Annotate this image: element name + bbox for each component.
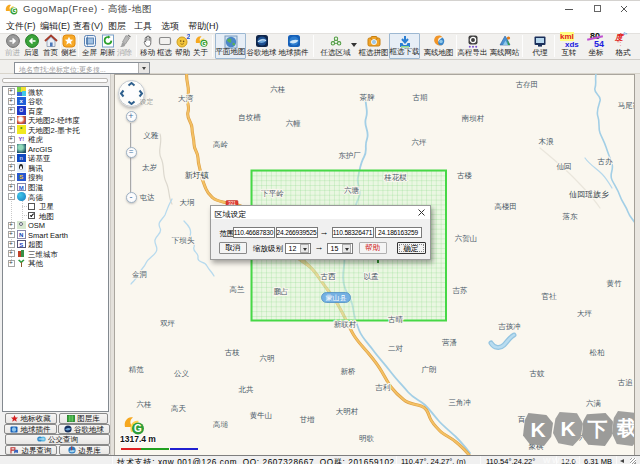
svg-text:六坪: 六坪 xyxy=(412,138,428,147)
svg-text:高塠: 高塠 xyxy=(213,420,229,429)
svg-text:古办: 古办 xyxy=(598,157,614,166)
svg-text:双坪: 双坪 xyxy=(160,319,176,328)
svg-text:六明: 六明 xyxy=(260,354,275,363)
svg-text:屯达: 屯达 xyxy=(140,193,156,202)
svg-text:新联村: 新联村 xyxy=(334,320,357,329)
svg-text:松柏: 松柏 xyxy=(589,348,604,357)
svg-text:官社: 官社 xyxy=(542,292,558,301)
svg-text:金洞: 金洞 xyxy=(132,270,147,279)
svg-text:古追: 古追 xyxy=(618,378,634,387)
svg-text:仙回: 仙回 xyxy=(557,162,572,171)
svg-text:六塘: 六塘 xyxy=(344,186,360,195)
svg-text:G: G xyxy=(11,7,16,14)
svg-text:古西: 古西 xyxy=(321,272,337,281)
svg-text:高岭: 高岭 xyxy=(213,140,229,149)
svg-text:鹏占: 鹏占 xyxy=(274,287,289,296)
svg-text:下平岭: 下平岭 xyxy=(261,189,284,198)
svg-text:六幢: 六幢 xyxy=(286,119,302,128)
svg-text:以孟: 以孟 xyxy=(364,272,380,281)
svg-text:2: 2 xyxy=(186,34,190,40)
svg-text:东护厂: 东护厂 xyxy=(338,151,361,160)
svg-text:吉苏: 吉苏 xyxy=(453,286,469,295)
svg-text:吉孩冲: 吉孩冲 xyxy=(498,322,521,331)
svg-text:吉利: 吉利 xyxy=(375,383,391,392)
svg-text:G: G xyxy=(134,423,142,434)
svg-text:二对: 二对 xyxy=(388,344,404,353)
svg-text:六贺山: 六贺山 xyxy=(455,234,478,243)
svg-text:太岁: 太岁 xyxy=(142,163,157,172)
svg-text:黄竹: 黄竹 xyxy=(607,279,623,288)
svg-text:落东: 落东 xyxy=(563,212,579,221)
svg-text:桂花棂: 桂花棂 xyxy=(383,173,407,182)
svg-text:明歌: 明歌 xyxy=(359,434,375,443)
svg-text:大明村: 大明村 xyxy=(336,407,359,416)
svg-text:茶脾: 茶脾 xyxy=(359,93,375,102)
svg-text:大坪: 大坪 xyxy=(577,309,593,318)
svg-text:古存田: 古存田 xyxy=(516,80,539,89)
svg-text:六桂: 六桂 xyxy=(270,85,285,94)
svg-text:北共: 北共 xyxy=(239,385,255,394)
svg-text:义雅: 义雅 xyxy=(143,131,159,140)
svg-text:下坝头: 下坝头 xyxy=(172,236,195,245)
svg-text:高楼田: 高楼田 xyxy=(495,202,518,211)
svg-text:木浪: 木浪 xyxy=(539,137,555,146)
svg-text:营潘: 营潘 xyxy=(442,338,457,347)
svg-text:六桂: 六桂 xyxy=(136,400,151,409)
svg-text:三角冲: 三角冲 xyxy=(449,398,472,407)
svg-text:高兰: 高兰 xyxy=(230,285,246,294)
svg-text:古枝: 古枝 xyxy=(225,348,241,357)
svg-text:精范: 精范 xyxy=(128,365,145,374)
svg-text:G: G xyxy=(201,40,206,47)
svg-text:大坰: 大坰 xyxy=(180,198,195,207)
svg-text:古期: 古期 xyxy=(412,93,427,102)
svg-text:仙回瑶族乡: 仙回瑶族乡 xyxy=(569,190,609,199)
svg-text:南坝村: 南坝村 xyxy=(461,114,485,123)
svg-text:大湾: 大湾 xyxy=(178,94,194,103)
svg-text:高天: 高天 xyxy=(171,404,187,413)
svg-text:蒙山县: 蒙山县 xyxy=(326,294,347,301)
svg-text:公义: 公义 xyxy=(174,369,190,378)
svg-text:自坟槽: 自坟槽 xyxy=(238,113,261,122)
svg-text:甘增: 甘增 xyxy=(300,415,316,424)
svg-text:古楼: 古楼 xyxy=(457,171,473,180)
svg-text:六满: 六满 xyxy=(586,399,602,408)
svg-text:黄牛山: 黄牛山 xyxy=(250,411,273,420)
svg-text:广朗: 广朗 xyxy=(422,365,437,374)
svg-text:古晴: 古晴 xyxy=(388,315,404,324)
svg-text:新圩镇: 新圩镇 xyxy=(185,171,209,180)
svg-text:新桥: 新桥 xyxy=(341,367,357,376)
svg-text:古蚊: 古蚊 xyxy=(529,369,545,378)
